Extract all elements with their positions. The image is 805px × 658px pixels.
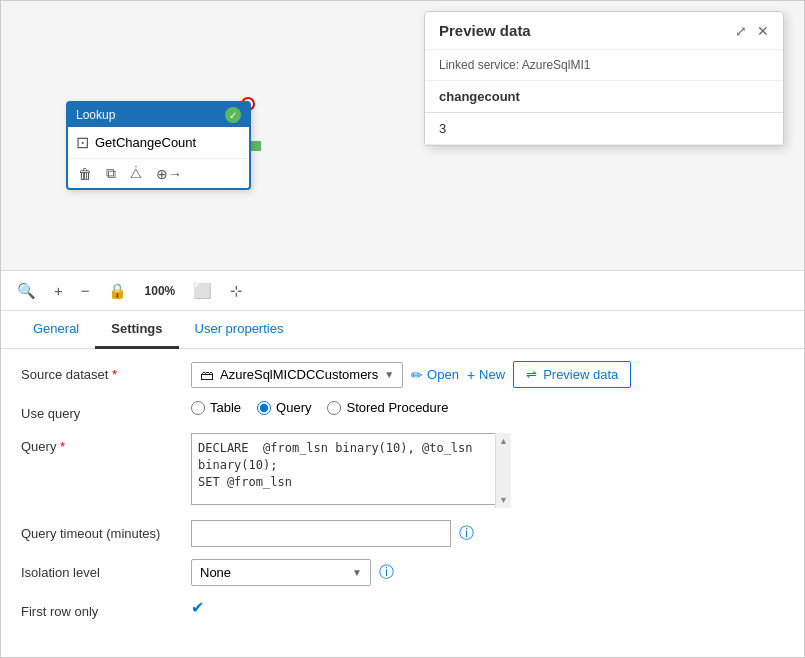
main-container: Lookup ✓ ⊡ GetChangeCount 🗑 ⧉ ⧊ ⊕→ 🔍 + −… — [0, 0, 805, 658]
lookup-header: Lookup ✓ — [68, 103, 249, 127]
zoom-level-btn[interactable]: 100% — [141, 280, 180, 302]
dataset-dropdown-arrow: ▼ — [384, 369, 394, 380]
bottom-panel: General Settings User properties Source … — [1, 311, 804, 657]
radio-table-label: Table — [210, 400, 241, 415]
radio-stored-procedure[interactable]: Stored Procedure — [327, 400, 448, 415]
required-star-2: * — [60, 439, 65, 454]
query-timeout-info-icon[interactable]: ⓘ — [459, 524, 474, 543]
preview-col-header: changecount — [425, 81, 783, 113]
isolation-level-dropdown[interactable]: None ▼ — [191, 559, 371, 586]
lock-btn[interactable]: 🔒 — [104, 278, 131, 304]
lookup-body: ⊡ GetChangeCount — [68, 127, 249, 158]
radio-query[interactable]: Query — [257, 400, 311, 415]
select-btn[interactable]: ⊹ — [226, 278, 247, 304]
fit-btn[interactable]: ⬜ — [189, 278, 216, 304]
preview-panel-header: Preview data ⤢ ✕ — [425, 12, 783, 50]
lookup-type-label: Lookup — [76, 108, 115, 122]
lookup-status-check: ✓ — [225, 107, 241, 123]
settings-content: Source dataset * 🗃 AzureSqlMICDCCustomer… — [1, 349, 804, 631]
isolation-level-value: None — [200, 565, 231, 580]
plus-icon: + — [467, 367, 475, 383]
isolation-level-controls: None ▼ ⓘ — [191, 559, 784, 586]
query-timeout-row: Query timeout (minutes) ⓘ — [21, 520, 784, 547]
radio-table[interactable]: Table — [191, 400, 241, 415]
lookup-clone-btn[interactable]: ⧊ — [128, 163, 144, 184]
tab-user-properties[interactable]: User properties — [179, 311, 300, 349]
radio-table-input[interactable] — [191, 401, 205, 415]
preview-close-btn[interactable]: ✕ — [757, 23, 769, 39]
open-dataset-link[interactable]: ✏ Open — [411, 367, 459, 383]
use-query-options: Table Query Stored Procedure — [191, 400, 784, 415]
zoom-out-btn[interactable]: − — [77, 278, 94, 303]
lookup-copy-btn[interactable]: ⧉ — [104, 163, 118, 184]
query-timeout-label: Query timeout (minutes) — [21, 520, 181, 541]
source-dataset-label: Source dataset * — [21, 361, 181, 382]
new-dataset-link[interactable]: + New — [467, 367, 505, 383]
use-query-row: Use query Table Query Stored Procedure — [21, 400, 784, 421]
canvas-area: Lookup ✓ ⊡ GetChangeCount 🗑 ⧉ ⧊ ⊕→ 🔍 + −… — [1, 1, 804, 311]
preview-linked-service: Linked service: AzureSqlMI1 — [425, 50, 783, 81]
first-row-only-row: First row only ✔ — [21, 598, 784, 619]
lookup-node[interactable]: Lookup ✓ ⊡ GetChangeCount 🗑 ⧉ ⧊ ⊕→ — [66, 101, 251, 190]
lookup-actions: 🗑 ⧉ ⧊ ⊕→ — [68, 158, 249, 188]
preview-data-btn[interactable]: ⇌ Preview data — [513, 361, 631, 388]
first-row-only-controls: ✔ — [191, 598, 784, 617]
dataset-select-text: AzureSqlMICDCCustomers — [220, 367, 378, 382]
tabs-row: General Settings User properties — [1, 311, 804, 349]
query-control-area: DECLARE @from_lsn binary(10), @to_lsn bi… — [191, 433, 784, 508]
textarea-scrollbar: ▲ ▼ — [495, 433, 511, 508]
preview-btn-icon: ⇌ — [526, 367, 537, 382]
tab-settings[interactable]: Settings — [95, 311, 178, 349]
first-row-only-check[interactable]: ✔ — [191, 598, 204, 617]
dataset-icon: 🗃 — [200, 367, 214, 383]
scroll-down-arrow[interactable]: ▼ — [496, 492, 511, 508]
open-icon: ✏ — [411, 367, 423, 383]
source-dataset-row: Source dataset * 🗃 AzureSqlMICDCCustomer… — [21, 361, 784, 388]
preview-data-table: changecount 3 — [425, 81, 783, 145]
required-star-1: * — [112, 367, 117, 382]
preview-expand-btn[interactable]: ⤢ — [735, 23, 747, 39]
source-dataset-select[interactable]: 🗃 AzureSqlMICDCCustomers ▼ — [191, 362, 403, 388]
query-label: Query * — [21, 433, 181, 454]
query-textarea[interactable]: DECLARE @from_lsn binary(10), @to_lsn bi… — [191, 433, 511, 505]
query-timeout-input[interactable] — [191, 520, 451, 547]
green-square-connector — [251, 141, 261, 151]
radio-query-input[interactable] — [257, 401, 271, 415]
use-query-label: Use query — [21, 400, 181, 421]
preview-panel-title: Preview data — [439, 22, 531, 39]
radio-sp-label: Stored Procedure — [346, 400, 448, 415]
radio-sp-input[interactable] — [327, 401, 341, 415]
preview-data-row: 3 — [425, 113, 783, 145]
search-btn[interactable]: 🔍 — [13, 278, 40, 304]
lookup-body-icon: ⊡ — [76, 133, 89, 152]
query-textarea-wrap: DECLARE @from_lsn binary(10), @to_lsn bi… — [191, 433, 511, 508]
preview-data-cell: 3 — [425, 113, 783, 145]
lookup-node-name: GetChangeCount — [95, 135, 196, 150]
first-row-only-label: First row only — [21, 598, 181, 619]
source-dataset-controls: 🗃 AzureSqlMICDCCustomers ▼ ✏ Open + New … — [191, 361, 784, 388]
tab-general[interactable]: General — [17, 311, 95, 349]
preview-panel: Preview data ⤢ ✕ Linked service: AzureSq… — [424, 11, 784, 146]
zoom-in-btn[interactable]: + — [50, 278, 67, 303]
radio-query-label: Query — [276, 400, 311, 415]
canvas-toolbar: 🔍 + − 🔒 100% ⬜ ⊹ — [1, 270, 804, 310]
isolation-level-info-icon[interactable]: ⓘ — [379, 563, 394, 582]
isolation-level-row: Isolation level None ▼ ⓘ — [21, 559, 784, 586]
scroll-up-arrow[interactable]: ▲ — [496, 433, 511, 449]
lookup-connect-btn[interactable]: ⊕→ — [154, 163, 184, 184]
preview-header-icons: ⤢ ✕ — [735, 23, 769, 39]
query-timeout-controls: ⓘ — [191, 520, 784, 547]
isolation-level-label: Isolation level — [21, 559, 181, 580]
lookup-delete-btn[interactable]: 🗑 — [76, 163, 94, 184]
query-row: Query * DECLARE @from_lsn binary(10), @t… — [21, 433, 784, 508]
isolation-level-arrow: ▼ — [352, 567, 362, 578]
